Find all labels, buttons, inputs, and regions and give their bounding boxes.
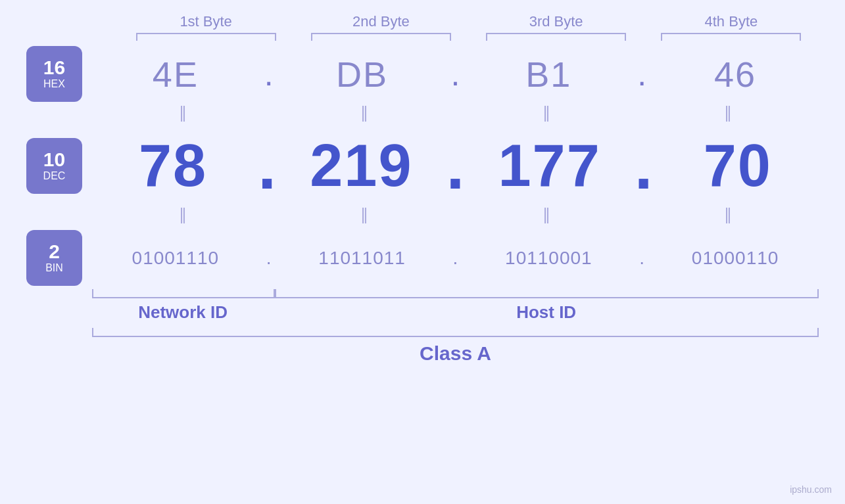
bin-val-2-col: 11011011 xyxy=(279,248,446,269)
byte-header-label-1: 1st Byte xyxy=(180,13,231,30)
hex-val-3-col: B1 xyxy=(466,54,633,95)
bin-base-label: BIN xyxy=(45,262,63,274)
byte-headers-row: 1st Byte 2nd Byte 3rd Byte 4th Byte xyxy=(26,13,819,41)
dec-val-3: 177 xyxy=(498,132,601,200)
dec-row: 10 DEC 78 . 219 . 177 . 70 xyxy=(26,128,819,204)
class-label: Class A xyxy=(92,342,819,365)
bin-dot-2: . xyxy=(446,248,466,269)
bin-dot-3: . xyxy=(632,248,652,269)
class-bracket xyxy=(92,328,819,337)
dec-dot-2: . xyxy=(443,128,469,204)
hex-val-2: DB xyxy=(336,54,388,95)
network-host-labels: Network ID Host ID xyxy=(92,302,819,323)
eq2-2: ‖ xyxy=(274,205,455,223)
bin-values-row: 01001110 . 11011011 . 10110001 . 0100011… xyxy=(92,248,819,269)
hex-val-1: 4E xyxy=(153,54,199,95)
equals-row-2: ‖ ‖ ‖ ‖ xyxy=(26,205,819,223)
byte-header-2: 2nd Byte xyxy=(293,13,468,41)
eq2-4: ‖ xyxy=(637,205,819,223)
bin-val-3: 10110001 xyxy=(505,248,592,269)
hex-val-1-col: 4E xyxy=(92,54,259,95)
byte-header-4: 4th Byte xyxy=(644,13,819,41)
bin-badge: 2 BIN xyxy=(26,230,82,286)
hex-base-num: 16 xyxy=(43,58,65,78)
network-bracket xyxy=(92,289,275,298)
bin-dot-1: . xyxy=(259,248,279,269)
byte-bracket-top-2 xyxy=(311,33,451,41)
byte-bracket-top-1 xyxy=(136,33,276,41)
network-host-brackets xyxy=(92,289,819,298)
hex-dot-2: . xyxy=(446,58,466,91)
watermark: ipshu.com xyxy=(790,484,832,495)
hex-base-label: HEX xyxy=(43,78,65,90)
bin-base-num: 2 xyxy=(49,242,60,262)
eq1-2: ‖ xyxy=(274,103,455,122)
dec-dot-1: . xyxy=(254,128,280,204)
byte-header-label-2: 2nd Byte xyxy=(352,13,410,30)
dec-val-1: 78 xyxy=(139,132,207,200)
bin-val-3-col: 10110001 xyxy=(466,248,633,269)
eq1-3: ‖ xyxy=(456,103,637,122)
hex-val-2-col: DB xyxy=(279,54,446,95)
dec-base-label: DEC xyxy=(43,170,66,182)
bottom-section: Network ID Host ID xyxy=(26,289,819,323)
byte-header-3: 3rd Byte xyxy=(469,13,644,41)
bin-val-2: 11011011 xyxy=(318,248,406,269)
hex-values-row: 4E . DB . B1 . 46 xyxy=(92,54,819,95)
bin-val-1: 01001110 xyxy=(132,248,220,269)
bin-val-1-col: 01001110 xyxy=(92,248,259,269)
byte-bracket-top-4 xyxy=(661,33,801,41)
network-id-label: Network ID xyxy=(92,302,274,323)
main-container: 1st Byte 2nd Byte 3rd Byte 4th Byte 16 H… xyxy=(0,0,845,504)
dec-val-1-col: 78 xyxy=(92,132,254,200)
equals-row-1: ‖ ‖ ‖ ‖ xyxy=(26,103,819,122)
hex-badge: 16 HEX xyxy=(26,46,82,102)
hex-dot-3: . xyxy=(632,58,652,91)
bin-val-4: 01000110 xyxy=(692,248,779,269)
hex-val-4-col: 46 xyxy=(652,54,819,95)
hex-row: 16 HEX 4E . DB . B1 . 46 xyxy=(26,46,819,102)
dec-val-2: 219 xyxy=(310,132,412,200)
bin-row: 2 BIN 01001110 . 11011011 . 10110001 . 0… xyxy=(26,230,819,286)
hex-val-4: 46 xyxy=(714,54,756,95)
eq2-1: ‖ xyxy=(92,205,274,223)
dec-badge: 10 DEC xyxy=(26,138,82,194)
hex-val-3: B1 xyxy=(525,54,571,95)
byte-header-label-3: 3rd Byte xyxy=(529,13,583,30)
host-bracket xyxy=(275,289,819,298)
dec-dot-3: . xyxy=(631,128,657,204)
dec-val-4-col: 70 xyxy=(657,132,819,200)
dec-val-4: 70 xyxy=(704,132,772,200)
hex-dot-1: . xyxy=(259,58,279,91)
dec-base-num: 10 xyxy=(43,150,65,170)
dec-values-row: 78 . 219 . 177 . 70 xyxy=(92,128,819,204)
dec-val-3-col: 177 xyxy=(469,132,631,200)
eq1-4: ‖ xyxy=(637,103,819,122)
byte-bracket-top-3 xyxy=(486,33,626,41)
dec-val-2-col: 219 xyxy=(280,132,442,200)
eq1-1: ‖ xyxy=(92,103,274,122)
host-id-label: Host ID xyxy=(274,302,819,323)
eq2-3: ‖ xyxy=(456,205,637,223)
byte-header-label-4: 4th Byte xyxy=(705,13,758,30)
class-section: Class A xyxy=(26,328,819,365)
byte-header-1: 1st Byte xyxy=(118,13,293,41)
bin-val-4-col: 01000110 xyxy=(652,248,819,269)
